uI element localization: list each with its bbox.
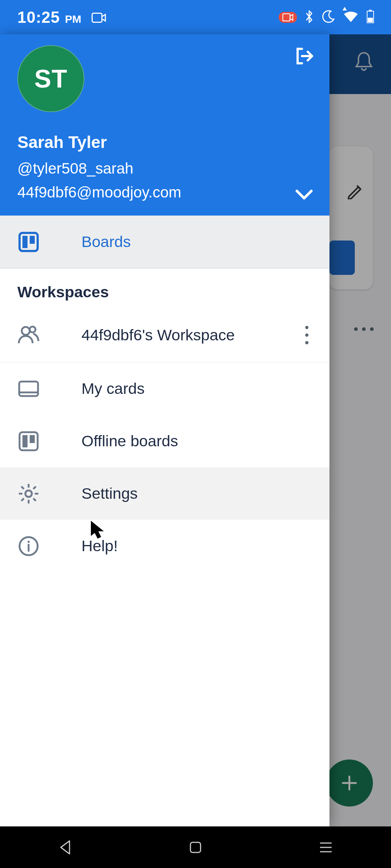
nav-item-help[interactable]: Help! [0, 520, 329, 572]
avatar[interactable]: ST [17, 45, 84, 112]
logout-button[interactable] [293, 45, 315, 68]
boards-icon [17, 231, 40, 252]
svg-point-8 [22, 327, 30, 335]
svg-rect-1 [283, 14, 290, 21]
drawer-menu: Boards Workspaces 44f9dbf6's Workspace M… [0, 216, 329, 826]
svg-rect-14 [30, 435, 35, 443]
battery-icon [366, 10, 374, 25]
wifi-icon [343, 10, 358, 24]
nav-item-label: Help! [81, 537, 118, 555]
avatar-initials: ST [34, 64, 67, 93]
status-time: 10:25 [17, 8, 60, 26]
nav-home-button[interactable] [185, 837, 206, 858]
section-workspaces: Workspaces [0, 269, 329, 308]
svg-rect-12 [20, 432, 38, 450]
offline-boards-icon [17, 431, 40, 452]
info-icon [17, 536, 40, 557]
gear-icon [17, 483, 40, 504]
nav-back-button[interactable] [54, 837, 76, 858]
svg-line-20 [21, 486, 24, 489]
svg-rect-27 [190, 842, 201, 852]
svg-rect-4 [368, 18, 373, 22]
screen-record-icon [92, 13, 106, 23]
svg-point-9 [30, 327, 35, 332]
nav-drawer: ST Sarah Tyler @tyler508_sarah 44f9dbf6@… [0, 34, 329, 826]
nav-item-my-cards[interactable]: My cards [0, 362, 329, 415]
status-bar: 10:25 PM [0, 0, 391, 34]
svg-rect-5 [20, 233, 38, 251]
dnd-moon-icon [321, 10, 335, 25]
svg-rect-0 [92, 13, 102, 22]
nav-recents-button[interactable] [315, 837, 337, 858]
status-left: 10:25 PM [17, 8, 106, 26]
svg-rect-13 [22, 435, 28, 447]
recording-pill-icon [279, 12, 297, 23]
workspace-item[interactable]: 44f9dbf6's Workspace [0, 308, 329, 362]
svg-rect-6 [22, 236, 28, 248]
status-right [279, 9, 374, 25]
nav-item-boards[interactable]: Boards [0, 216, 329, 268]
workspace-overflow-button[interactable] [302, 322, 312, 348]
svg-line-21 [33, 498, 36, 501]
user-handle: @tyler508_sarah [17, 160, 312, 177]
nav-item-label: Settings [81, 485, 138, 502]
status-ampm: PM [65, 13, 81, 25]
system-nav-bar [0, 826, 391, 868]
user-email: 44f9dbf6@moodjoy.com [17, 184, 312, 201]
nav-item-label: Offline boards [81, 432, 178, 450]
account-switcher-button[interactable] [293, 187, 315, 203]
svg-point-25 [28, 541, 30, 543]
svg-line-22 [33, 486, 36, 489]
svg-point-15 [25, 490, 32, 497]
nav-item-label: Boards [81, 233, 131, 251]
nav-item-settings[interactable]: Settings [0, 467, 329, 520]
drawer-header: ST Sarah Tyler @tyler508_sarah 44f9dbf6@… [0, 34, 329, 216]
svg-line-23 [21, 498, 24, 501]
people-icon [17, 324, 40, 346]
workspace-label: 44f9dbf6's Workspace [81, 326, 260, 344]
svg-rect-7 [30, 236, 35, 244]
user-name: Sarah Tyler [17, 132, 312, 152]
bluetooth-icon [305, 9, 314, 25]
svg-rect-10 [19, 382, 38, 396]
card-icon [17, 380, 40, 397]
nav-item-offline-boards[interactable]: Offline boards [0, 415, 329, 467]
nav-item-label: My cards [81, 380, 144, 397]
